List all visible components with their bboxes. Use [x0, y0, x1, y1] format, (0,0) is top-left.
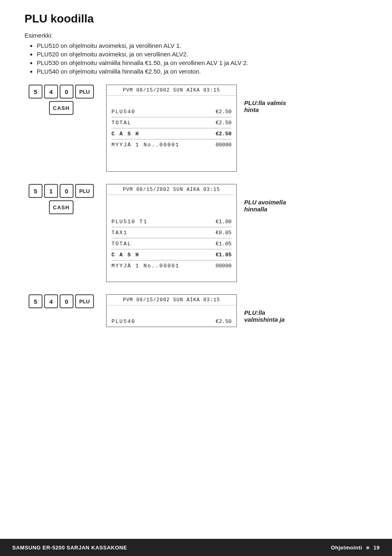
key-row-1: 5 4 0 PLU [28, 85, 95, 99]
receipt-3: PVM 08/15/2002 SUN AIKA 03:15 PLU540 €2.… [106, 294, 237, 327]
receipt-row-plu540b: PLU540 €2.50 [107, 316, 236, 327]
receipt-row-plu540: PLU540 €2.50 [107, 106, 236, 117]
receipt-row-myyjä2: MYYJÄ 1 No..00001 00000 [107, 260, 236, 271]
description-3: PLU:lla valmishinta ja [244, 294, 297, 323]
bullet-item: PLU520 on ohjelmoitu avoimeksi, ja on ve… [37, 51, 368, 58]
footer-label: Ohjelmointi [331, 545, 362, 551]
intro-label: Esimerkki: [24, 32, 368, 39]
receipt-container-2: PVM 08/15/2002 SUN AIKA 03:15 PLU510 T1 … [106, 184, 368, 282]
bullet-list: PLU510 on ohjelmoitu avoimeksi, ja verol… [37, 42, 368, 75]
receipt-container-3: PVM 08/15/2002 SUN AIKA 03:15 PLU540 €2.… [106, 294, 368, 327]
receipt-empty-5 [107, 206, 236, 216]
footer-page: 19 [374, 545, 380, 551]
cash-key-2: CASH [49, 200, 74, 214]
page-title: PLU koodilla [24, 12, 368, 25]
cash-row-1: CASH [48, 101, 74, 115]
receipt-row-total2: TOTAL €1.05 [107, 238, 236, 249]
bullet-item: PLU540 on ohjelmoitu valmiilla hinnalla … [37, 68, 368, 75]
receipt-row-cash2: C A S H €1.05 [107, 249, 236, 260]
receipt-1: PVM 08/15/2002 SUN AIKA 03:15 PLU540 €2.… [106, 85, 237, 172]
cash-key-1: CASH [49, 101, 74, 115]
key-5: 5 [29, 85, 42, 99]
key-0: 0 [60, 85, 74, 99]
receipt-empty-4 [107, 195, 236, 206]
key-plu-2: PLU [75, 184, 94, 198]
key-row-3: 5 4 0 PLU [28, 294, 95, 308]
receipt-header-2: PVM 08/15/2002 SUN AIKA 03:15 [107, 184, 236, 195]
receipt-empty [107, 96, 236, 106]
key-1: 1 [44, 184, 58, 198]
bullet-item: PLU530 on ohjelmoitu valmiilla hinnalla … [37, 59, 368, 66]
cash-row-2: CASH [48, 200, 74, 214]
key-5c: 5 [29, 294, 42, 308]
example-block-2: 5 1 0 PLU CASH PVM 08/15/2002 SUN AIKA 0… [24, 184, 368, 282]
footer-right: Ohjelmointi ● 19 [331, 543, 380, 552]
receipt-container-1: PVM 08/15/2002 SUN AIKA 03:15 PLU540 €2.… [106, 85, 368, 172]
key-4: 4 [44, 85, 58, 99]
key-4c: 4 [44, 294, 58, 308]
key-row-2: 5 1 0 PLU [28, 184, 95, 198]
page-footer: SAMSUNG ER-5200 SARJAN KASSAKONE Ohjelmo… [0, 539, 392, 556]
page-content: PLU koodilla Esimerkki: PLU510 on ohjelm… [0, 0, 392, 364]
bullet-item: PLU510 on ohjelmoitu avoimeksi, ja verol… [37, 42, 368, 49]
footer-left: SAMSUNG ER-5200 SARJAN KASSAKONE [12, 545, 127, 551]
key-5b: 5 [29, 184, 42, 198]
receipt-row-tax1: TAX1 €0.05 [107, 227, 236, 238]
receipt-header-3: PVM 08/15/2002 SUN AIKA 03:15 [107, 295, 236, 305]
example-block-3: 5 4 0 PLU PVM 08/15/2002 SUN AIKA 03:15 … [24, 294, 368, 327]
key-sequence-1: 5 4 0 PLU CASH [24, 85, 98, 117]
receipt-empty-6 [107, 271, 236, 282]
description-1: PLU:lla valmis hinta [244, 85, 297, 113]
key-sequence-3: 5 4 0 PLU [24, 294, 98, 311]
receipt-header-1: PVM 08/15/2002 SUN AIKA 03:15 [107, 85, 236, 96]
key-sequence-2: 5 1 0 PLU CASH [24, 184, 98, 217]
description-2: PLU avoimella hinnalla [244, 184, 297, 213]
key-plu-1: PLU [75, 85, 94, 99]
receipt-empty-3 [107, 161, 236, 171]
key-0b: 0 [60, 184, 74, 198]
receipt-empty-2 [107, 150, 236, 161]
receipt-row-cash1: C A S H €2.50 [107, 128, 236, 139]
footer-dot: ● [365, 543, 370, 552]
receipt-2: PVM 08/15/2002 SUN AIKA 03:15 PLU510 T1 … [106, 184, 237, 282]
key-plu-3: PLU [75, 294, 94, 308]
example-block-1: 5 4 0 PLU CASH PVM 08/15/2002 SUN AIKA 0… [24, 85, 368, 172]
key-0c: 0 [60, 294, 74, 308]
receipt-row-total1: TOTAL €2.50 [107, 117, 236, 128]
receipt-empty-7 [107, 305, 236, 316]
receipt-row-plu510: PLU510 T1 €1.00 [107, 216, 236, 227]
receipt-row-myyjä1: MYYJÄ 1 No..00001 00000 [107, 139, 236, 150]
